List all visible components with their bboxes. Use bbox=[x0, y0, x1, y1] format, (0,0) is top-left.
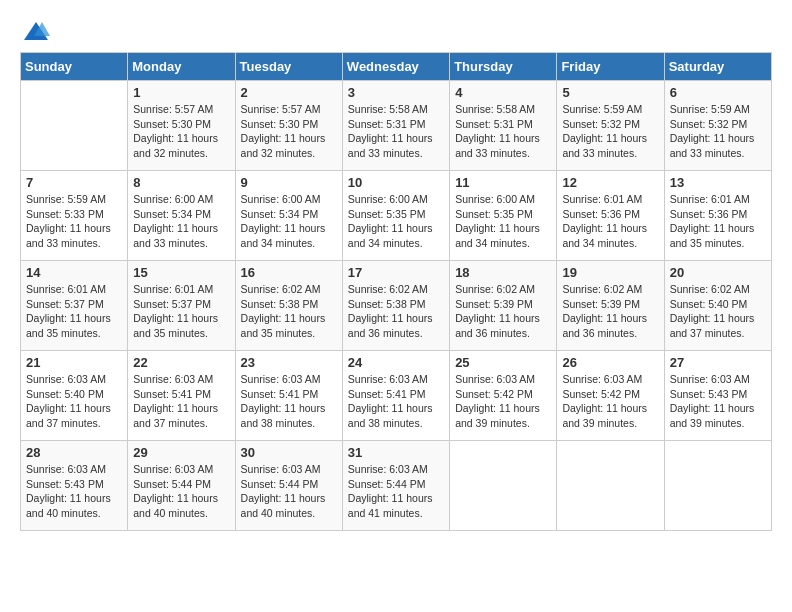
day-cell bbox=[450, 441, 557, 531]
day-info: Sunrise: 6:03 AMSunset: 5:42 PMDaylight:… bbox=[455, 372, 551, 431]
day-info: Sunrise: 6:02 AMSunset: 5:39 PMDaylight:… bbox=[455, 282, 551, 341]
day-info: Sunrise: 5:57 AMSunset: 5:30 PMDaylight:… bbox=[241, 102, 337, 161]
day-cell: 26Sunrise: 6:03 AMSunset: 5:42 PMDayligh… bbox=[557, 351, 664, 441]
day-number: 26 bbox=[562, 355, 658, 370]
day-number: 17 bbox=[348, 265, 444, 280]
day-info: Sunrise: 5:59 AMSunset: 5:32 PMDaylight:… bbox=[562, 102, 658, 161]
day-number: 4 bbox=[455, 85, 551, 100]
day-cell: 5Sunrise: 5:59 AMSunset: 5:32 PMDaylight… bbox=[557, 81, 664, 171]
day-info: Sunrise: 6:01 AMSunset: 5:36 PMDaylight:… bbox=[562, 192, 658, 251]
day-number: 21 bbox=[26, 355, 122, 370]
day-number: 10 bbox=[348, 175, 444, 190]
day-info: Sunrise: 6:03 AMSunset: 5:40 PMDaylight:… bbox=[26, 372, 122, 431]
day-number: 5 bbox=[562, 85, 658, 100]
header-saturday: Saturday bbox=[664, 53, 771, 81]
day-number: 25 bbox=[455, 355, 551, 370]
day-number: 18 bbox=[455, 265, 551, 280]
day-cell: 27Sunrise: 6:03 AMSunset: 5:43 PMDayligh… bbox=[664, 351, 771, 441]
day-cell: 3Sunrise: 5:58 AMSunset: 5:31 PMDaylight… bbox=[342, 81, 449, 171]
day-info: Sunrise: 6:01 AMSunset: 5:37 PMDaylight:… bbox=[133, 282, 229, 341]
day-cell: 10Sunrise: 6:00 AMSunset: 5:35 PMDayligh… bbox=[342, 171, 449, 261]
day-number: 11 bbox=[455, 175, 551, 190]
day-cell: 29Sunrise: 6:03 AMSunset: 5:44 PMDayligh… bbox=[128, 441, 235, 531]
header-monday: Monday bbox=[128, 53, 235, 81]
day-cell: 14Sunrise: 6:01 AMSunset: 5:37 PMDayligh… bbox=[21, 261, 128, 351]
day-info: Sunrise: 6:02 AMSunset: 5:40 PMDaylight:… bbox=[670, 282, 766, 341]
week-row-1: 1Sunrise: 5:57 AMSunset: 5:30 PMDaylight… bbox=[21, 81, 772, 171]
logo bbox=[20, 20, 52, 42]
day-number: 30 bbox=[241, 445, 337, 460]
day-info: Sunrise: 6:01 AMSunset: 5:37 PMDaylight:… bbox=[26, 282, 122, 341]
day-info: Sunrise: 6:02 AMSunset: 5:38 PMDaylight:… bbox=[241, 282, 337, 341]
day-info: Sunrise: 6:03 AMSunset: 5:41 PMDaylight:… bbox=[348, 372, 444, 431]
day-info: Sunrise: 6:03 AMSunset: 5:42 PMDaylight:… bbox=[562, 372, 658, 431]
day-number: 20 bbox=[670, 265, 766, 280]
day-cell: 8Sunrise: 6:00 AMSunset: 5:34 PMDaylight… bbox=[128, 171, 235, 261]
day-info: Sunrise: 6:00 AMSunset: 5:35 PMDaylight:… bbox=[455, 192, 551, 251]
day-info: Sunrise: 5:58 AMSunset: 5:31 PMDaylight:… bbox=[455, 102, 551, 161]
day-info: Sunrise: 6:03 AMSunset: 5:41 PMDaylight:… bbox=[241, 372, 337, 431]
logo-icon bbox=[22, 20, 50, 42]
day-number: 24 bbox=[348, 355, 444, 370]
day-number: 2 bbox=[241, 85, 337, 100]
day-cell: 21Sunrise: 6:03 AMSunset: 5:40 PMDayligh… bbox=[21, 351, 128, 441]
day-cell: 12Sunrise: 6:01 AMSunset: 5:36 PMDayligh… bbox=[557, 171, 664, 261]
day-info: Sunrise: 6:03 AMSunset: 5:43 PMDaylight:… bbox=[26, 462, 122, 521]
day-cell: 20Sunrise: 6:02 AMSunset: 5:40 PMDayligh… bbox=[664, 261, 771, 351]
day-info: Sunrise: 6:03 AMSunset: 5:44 PMDaylight:… bbox=[348, 462, 444, 521]
day-cell: 13Sunrise: 6:01 AMSunset: 5:36 PMDayligh… bbox=[664, 171, 771, 261]
day-cell: 2Sunrise: 5:57 AMSunset: 5:30 PMDaylight… bbox=[235, 81, 342, 171]
day-cell: 23Sunrise: 6:03 AMSunset: 5:41 PMDayligh… bbox=[235, 351, 342, 441]
week-row-2: 7Sunrise: 5:59 AMSunset: 5:33 PMDaylight… bbox=[21, 171, 772, 261]
header-friday: Friday bbox=[557, 53, 664, 81]
day-cell: 25Sunrise: 6:03 AMSunset: 5:42 PMDayligh… bbox=[450, 351, 557, 441]
day-number: 28 bbox=[26, 445, 122, 460]
day-cell: 31Sunrise: 6:03 AMSunset: 5:44 PMDayligh… bbox=[342, 441, 449, 531]
day-cell bbox=[664, 441, 771, 531]
day-number: 1 bbox=[133, 85, 229, 100]
day-info: Sunrise: 5:59 AMSunset: 5:33 PMDaylight:… bbox=[26, 192, 122, 251]
day-cell: 4Sunrise: 5:58 AMSunset: 5:31 PMDaylight… bbox=[450, 81, 557, 171]
day-info: Sunrise: 6:00 AMSunset: 5:35 PMDaylight:… bbox=[348, 192, 444, 251]
day-info: Sunrise: 6:02 AMSunset: 5:38 PMDaylight:… bbox=[348, 282, 444, 341]
day-cell: 24Sunrise: 6:03 AMSunset: 5:41 PMDayligh… bbox=[342, 351, 449, 441]
day-info: Sunrise: 6:03 AMSunset: 5:43 PMDaylight:… bbox=[670, 372, 766, 431]
header-wednesday: Wednesday bbox=[342, 53, 449, 81]
day-number: 27 bbox=[670, 355, 766, 370]
day-cell: 9Sunrise: 6:00 AMSunset: 5:34 PMDaylight… bbox=[235, 171, 342, 261]
calendar-header-row: SundayMondayTuesdayWednesdayThursdayFrid… bbox=[21, 53, 772, 81]
day-info: Sunrise: 6:02 AMSunset: 5:39 PMDaylight:… bbox=[562, 282, 658, 341]
day-info: Sunrise: 6:03 AMSunset: 5:44 PMDaylight:… bbox=[133, 462, 229, 521]
day-number: 13 bbox=[670, 175, 766, 190]
header-sunday: Sunday bbox=[21, 53, 128, 81]
day-number: 15 bbox=[133, 265, 229, 280]
calendar-table: SundayMondayTuesdayWednesdayThursdayFrid… bbox=[20, 52, 772, 531]
day-number: 22 bbox=[133, 355, 229, 370]
day-info: Sunrise: 6:03 AMSunset: 5:41 PMDaylight:… bbox=[133, 372, 229, 431]
day-number: 8 bbox=[133, 175, 229, 190]
day-number: 31 bbox=[348, 445, 444, 460]
day-info: Sunrise: 6:03 AMSunset: 5:44 PMDaylight:… bbox=[241, 462, 337, 521]
day-number: 9 bbox=[241, 175, 337, 190]
day-cell: 19Sunrise: 6:02 AMSunset: 5:39 PMDayligh… bbox=[557, 261, 664, 351]
header-tuesday: Tuesday bbox=[235, 53, 342, 81]
day-number: 29 bbox=[133, 445, 229, 460]
day-info: Sunrise: 5:59 AMSunset: 5:32 PMDaylight:… bbox=[670, 102, 766, 161]
day-number: 23 bbox=[241, 355, 337, 370]
day-cell: 18Sunrise: 6:02 AMSunset: 5:39 PMDayligh… bbox=[450, 261, 557, 351]
day-info: Sunrise: 6:01 AMSunset: 5:36 PMDaylight:… bbox=[670, 192, 766, 251]
day-number: 19 bbox=[562, 265, 658, 280]
day-info: Sunrise: 5:57 AMSunset: 5:30 PMDaylight:… bbox=[133, 102, 229, 161]
day-number: 3 bbox=[348, 85, 444, 100]
day-cell: 11Sunrise: 6:00 AMSunset: 5:35 PMDayligh… bbox=[450, 171, 557, 261]
day-number: 7 bbox=[26, 175, 122, 190]
day-info: Sunrise: 5:58 AMSunset: 5:31 PMDaylight:… bbox=[348, 102, 444, 161]
day-info: Sunrise: 6:00 AMSunset: 5:34 PMDaylight:… bbox=[133, 192, 229, 251]
day-cell: 1Sunrise: 5:57 AMSunset: 5:30 PMDaylight… bbox=[128, 81, 235, 171]
day-cell: 7Sunrise: 5:59 AMSunset: 5:33 PMDaylight… bbox=[21, 171, 128, 261]
day-cell: 6Sunrise: 5:59 AMSunset: 5:32 PMDaylight… bbox=[664, 81, 771, 171]
page-header bbox=[20, 20, 772, 42]
day-number: 16 bbox=[241, 265, 337, 280]
day-cell bbox=[21, 81, 128, 171]
week-row-4: 21Sunrise: 6:03 AMSunset: 5:40 PMDayligh… bbox=[21, 351, 772, 441]
